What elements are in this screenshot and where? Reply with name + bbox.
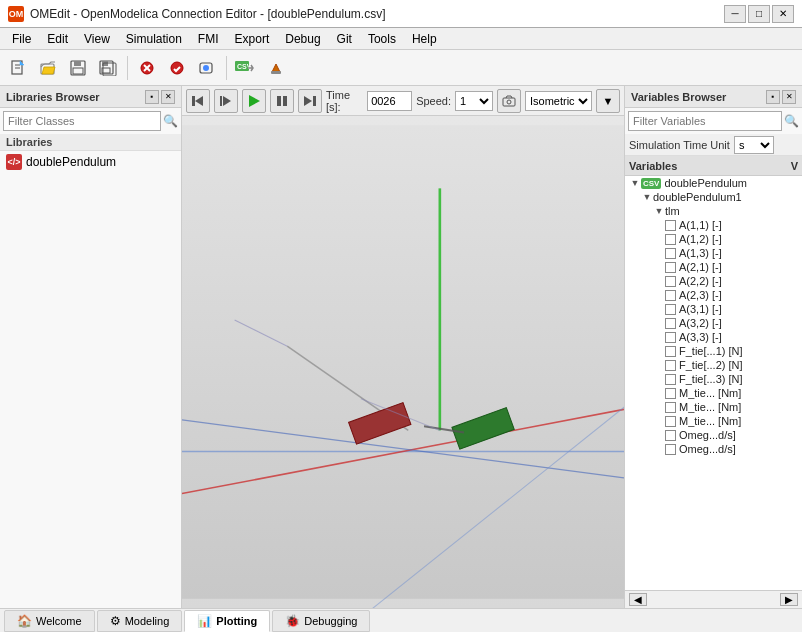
- list-item[interactable]: A(1,2) [-]: [625, 232, 802, 246]
- checkbox-omeg2[interactable]: [665, 444, 676, 455]
- variables-browser-title: Variables Browser: [631, 91, 726, 103]
- checkbox-a23[interactable]: [665, 290, 676, 301]
- menu-edit[interactable]: Edit: [39, 30, 76, 48]
- svg-text:CSV: CSV: [237, 63, 252, 70]
- list-item[interactable]: A(1,1) [-]: [625, 218, 802, 232]
- tab-welcome[interactable]: 🏠 Welcome: [4, 610, 95, 632]
- menu-fmi[interactable]: FMI: [190, 30, 227, 48]
- clean-button[interactable]: [262, 54, 290, 82]
- checkbox-mtie1[interactable]: [665, 388, 676, 399]
- checkbox-a33[interactable]: [665, 332, 676, 343]
- menu-file[interactable]: File: [4, 30, 39, 48]
- checkbox-mtie3[interactable]: [665, 416, 676, 427]
- variables-float-button[interactable]: ▪: [766, 90, 780, 104]
- list-item[interactable]: A(2,2) [-]: [625, 274, 802, 288]
- list-item[interactable]: F_tie[...1) [N]: [625, 344, 802, 358]
- view-dropdown-btn[interactable]: ▼: [596, 89, 620, 113]
- checkbox-a22[interactable]: [665, 276, 676, 287]
- checkbox-a11[interactable]: [665, 220, 676, 231]
- save-all-button[interactable]: [94, 54, 122, 82]
- pause-button[interactable]: [270, 89, 294, 113]
- save-all-icon: [99, 60, 117, 76]
- close-button[interactable]: ✕: [772, 5, 794, 23]
- csv-export-button[interactable]: CSV: [232, 54, 260, 82]
- libraries-close-button[interactable]: ✕: [161, 90, 175, 104]
- svg-marker-22: [195, 96, 203, 106]
- rewind-button[interactable]: [186, 89, 210, 113]
- list-item[interactable]: A(3,1) [-]: [625, 302, 802, 316]
- open-button[interactable]: [34, 54, 62, 82]
- libraries-float-button[interactable]: ▪: [145, 90, 159, 104]
- libraries-panel-controls: ▪ ✕: [145, 90, 175, 104]
- sim-time-select[interactable]: s ms min: [734, 136, 774, 154]
- variables-filter-input[interactable]: [628, 111, 782, 131]
- menu-export[interactable]: Export: [227, 30, 278, 48]
- tree-node-doublependulum1[interactable]: ▼ doublePendulum1: [625, 190, 802, 204]
- speed-select[interactable]: 1 2 0.5: [455, 91, 493, 111]
- time-input[interactable]: [367, 91, 412, 111]
- save-icon: [70, 60, 86, 76]
- list-item[interactable]: M_tie... [Nm]: [625, 400, 802, 414]
- save-button[interactable]: [64, 54, 92, 82]
- minimize-button[interactable]: ─: [724, 5, 746, 23]
- tree-node-doublependulum-csv[interactable]: ▼ CSV doublePendulum: [625, 176, 802, 190]
- checkbox-mtie2[interactable]: [665, 402, 676, 413]
- tab-plotting[interactable]: 📊 Plotting: [184, 610, 270, 632]
- maximize-button[interactable]: □: [748, 5, 770, 23]
- checkbox-a21[interactable]: [665, 262, 676, 273]
- instantiate-button[interactable]: [193, 54, 221, 82]
- menu-simulation[interactable]: Simulation: [118, 30, 190, 48]
- library-item-doublePendulum[interactable]: </> doublePendulum: [0, 151, 181, 173]
- check-all-button[interactable]: [163, 54, 191, 82]
- variables-tree[interactable]: ▼ CSV doublePendulum ▼ doublePendulum1 ▼…: [625, 176, 802, 590]
- checkbox-ftie2[interactable]: [665, 360, 676, 371]
- new-button[interactable]: [4, 54, 32, 82]
- checkbox-ftie1[interactable]: [665, 346, 676, 357]
- tab-modeling[interactable]: ⚙ Modeling: [97, 610, 183, 632]
- viewport-toolbar: Time [s]: Speed: 1 2 0.5 Isometric Top F…: [182, 86, 624, 116]
- check-model-button[interactable]: [133, 54, 161, 82]
- camera-icon-btn[interactable]: [497, 89, 521, 113]
- menu-tools[interactable]: Tools: [360, 30, 404, 48]
- menu-git[interactable]: Git: [329, 30, 360, 48]
- list-item[interactable]: Omeg...d/s]: [625, 442, 802, 456]
- menu-debug[interactable]: Debug: [277, 30, 328, 48]
- list-item[interactable]: Omeg...d/s]: [625, 428, 802, 442]
- menu-view[interactable]: View: [76, 30, 118, 48]
- checkbox-a31[interactable]: [665, 304, 676, 315]
- checkbox-ftie3[interactable]: [665, 374, 676, 385]
- checkbox-a13[interactable]: [665, 248, 676, 259]
- list-item[interactable]: F_tie[...2) [N]: [625, 358, 802, 372]
- svg-rect-32: [182, 125, 624, 599]
- checkbox-a12[interactable]: [665, 234, 676, 245]
- svg-rect-30: [503, 98, 515, 106]
- scroll-left-button[interactable]: ◀: [629, 593, 647, 606]
- tree-node-tlm[interactable]: ▼ tlm: [625, 204, 802, 218]
- expand-icon-tlm: ▼: [653, 205, 665, 217]
- variables-close-button[interactable]: ✕: [782, 90, 796, 104]
- scroll-right-button[interactable]: ▶: [780, 593, 798, 606]
- list-item[interactable]: A(2,3) [-]: [625, 288, 802, 302]
- svg-rect-20: [271, 71, 281, 74]
- sim-time-label: Simulation Time Unit: [629, 139, 730, 151]
- list-item[interactable]: A(3,3) [-]: [625, 330, 802, 344]
- modeling-icon: ⚙: [110, 614, 121, 628]
- list-item[interactable]: A(1,3) [-]: [625, 246, 802, 260]
- step-button[interactable]: [298, 89, 322, 113]
- menu-help[interactable]: Help: [404, 30, 445, 48]
- first-frame-button[interactable]: [214, 89, 238, 113]
- tab-debugging[interactable]: 🐞 Debugging: [272, 610, 370, 632]
- checkbox-a32[interactable]: [665, 318, 676, 329]
- libraries-filter-input[interactable]: [3, 111, 161, 131]
- list-item[interactable]: M_tie... [Nm]: [625, 414, 802, 428]
- list-item[interactable]: A(2,1) [-]: [625, 260, 802, 274]
- view-mode-select[interactable]: Isometric Top Front Side: [525, 91, 592, 111]
- play-button[interactable]: [242, 89, 266, 113]
- list-item[interactable]: A(3,2) [-]: [625, 316, 802, 330]
- 3d-scene[interactable]: [182, 116, 624, 608]
- checkbox-omeg1[interactable]: [665, 430, 676, 441]
- svg-rect-26: [277, 96, 281, 106]
- check-icon: [139, 60, 155, 76]
- list-item[interactable]: M_tie... [Nm]: [625, 386, 802, 400]
- list-item[interactable]: F_tie[...3) [N]: [625, 372, 802, 386]
